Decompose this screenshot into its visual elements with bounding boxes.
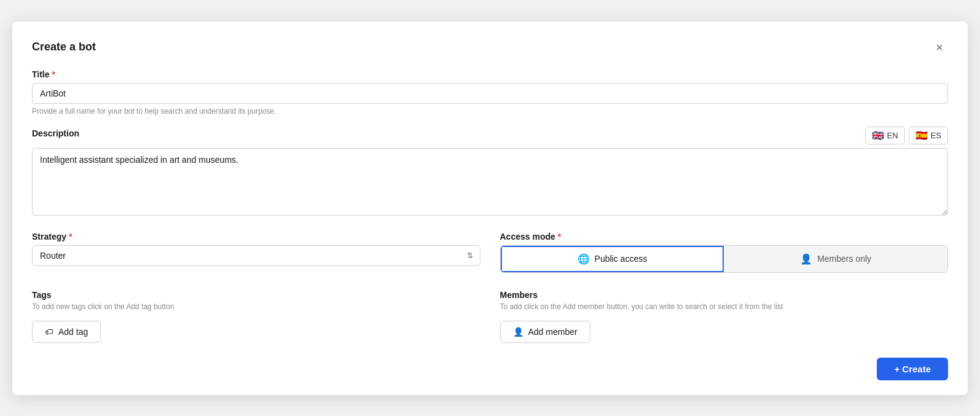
lang-es-button[interactable]: 🇪🇸 ES [909, 127, 948, 144]
strategy-required: * [69, 232, 72, 241]
public-access-button[interactable]: 🌐 Public access [501, 246, 724, 272]
title-helper: Provide a full name for your bot to help… [32, 107, 948, 116]
strategy-access-row: Strategy * Router Chain Agent ⇅ Access m… [32, 232, 948, 273]
access-mode-field-group: Access mode * 🌐 Public access 👤 Members … [500, 232, 949, 273]
language-buttons: 🇬🇧 EN 🇪🇸 ES [865, 127, 948, 144]
strategy-field-group: Strategy * Router Chain Agent ⇅ [32, 232, 480, 273]
members-section: Members To add click on the Add member b… [500, 290, 949, 343]
title-input[interactable] [32, 83, 948, 104]
access-mode-toggle: 🌐 Public access 👤 Members only [500, 245, 949, 273]
add-member-icon: 👤 [513, 327, 523, 337]
strategy-label: Strategy * [32, 232, 480, 241]
title-required: * [52, 69, 55, 79]
description-label: Description [32, 128, 79, 138]
add-tag-button[interactable]: 🏷 Add tag [32, 321, 101, 343]
create-button[interactable]: + Create [877, 358, 948, 380]
tags-members-row: Tags To add new tags click on the Add ta… [32, 290, 948, 343]
tags-helper: To add new tags click on the Add tag but… [32, 302, 480, 311]
add-member-button[interactable]: 👤 Add member [500, 321, 590, 343]
tags-title: Tags [32, 290, 480, 300]
access-mode-label: Access mode * [500, 232, 949, 241]
add-tag-label: Add tag [58, 327, 88, 337]
create-bot-dialog: Create a bot × Title * Provide a full na… [12, 22, 968, 395]
dialog-header: Create a bot × [32, 39, 948, 56]
tag-icon: 🏷 [45, 327, 53, 337]
description-field-group: Description 🇬🇧 EN 🇪🇸 ES Intelligent assi… [32, 127, 948, 218]
description-header: Description 🇬🇧 EN 🇪🇸 ES [32, 127, 948, 144]
add-member-label: Add member [528, 327, 578, 337]
title-field-group: Title * Provide a full name for your bot… [32, 69, 948, 116]
en-label: EN [887, 131, 898, 140]
access-mode-required: * [558, 232, 561, 241]
es-flag-icon: 🇪🇸 [915, 130, 928, 141]
globe-icon: 🌐 [578, 253, 590, 265]
public-access-label: Public access [595, 254, 648, 264]
strategy-select-wrapper: Router Chain Agent ⇅ [32, 245, 480, 266]
person-icon: 👤 [800, 253, 812, 265]
members-only-label: Members only [817, 254, 871, 264]
members-title: Members [500, 290, 949, 300]
lang-en-button[interactable]: 🇬🇧 EN [865, 127, 905, 144]
en-flag-icon: 🇬🇧 [872, 130, 884, 141]
members-helper: To add click on the Add member button, y… [500, 302, 949, 311]
title-label: Title * [32, 69, 948, 79]
strategy-select[interactable]: Router Chain Agent [32, 245, 480, 266]
description-textarea[interactable]: Intelligent assistant specialized in art… [32, 148, 948, 216]
dialog-title: Create a bot [32, 41, 96, 53]
close-button[interactable]: × [931, 39, 948, 56]
dialog-footer: + Create [32, 358, 948, 380]
members-only-button[interactable]: 👤 Members only [724, 246, 947, 272]
es-label: ES [931, 131, 941, 140]
tags-section: Tags To add new tags click on the Add ta… [32, 290, 480, 343]
